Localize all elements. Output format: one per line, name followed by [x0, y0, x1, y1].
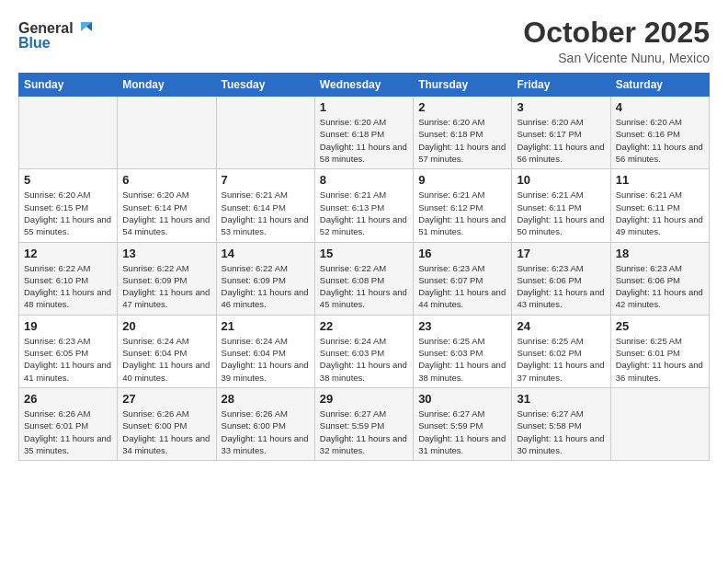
calendar-cell: 19Sunrise: 6:23 AMSunset: 6:05 PMDayligh… — [19, 315, 118, 387]
calendar-week-row: 5Sunrise: 6:20 AMSunset: 6:15 PMDaylight… — [19, 169, 710, 242]
weekday-header: Monday — [118, 74, 216, 97]
day-number: 8 — [320, 173, 408, 187]
day-info: Sunrise: 6:20 AMSunset: 6:18 PMDaylight:… — [320, 116, 408, 165]
calendar-table: SundayMondayTuesdayWednesdayThursdayFrid… — [18, 73, 710, 461]
svg-text:General: General — [18, 20, 74, 36]
day-info: Sunrise: 6:23 AMSunset: 6:06 PMDaylight:… — [517, 262, 605, 311]
calendar-cell: 25Sunrise: 6:25 AMSunset: 6:01 PMDayligh… — [610, 315, 709, 387]
day-number: 31 — [517, 392, 605, 406]
day-info: Sunrise: 6:27 AMSunset: 5:59 PMDaylight:… — [320, 408, 408, 456]
calendar-body: 1Sunrise: 6:20 AMSunset: 6:18 PMDaylight… — [19, 97, 710, 461]
calendar-cell: 30Sunrise: 6:27 AMSunset: 5:59 PMDayligh… — [414, 387, 512, 460]
day-number: 5 — [24, 173, 112, 187]
location-title: San Vicente Nunu, Mexico — [523, 51, 710, 65]
day-number: 10 — [517, 173, 605, 187]
calendar-cell: 5Sunrise: 6:20 AMSunset: 6:15 PMDaylight… — [19, 169, 118, 242]
day-info: Sunrise: 6:22 AMSunset: 6:09 PMDaylight:… — [222, 262, 310, 311]
day-number: 6 — [122, 173, 210, 187]
calendar-cell: 29Sunrise: 6:27 AMSunset: 5:59 PMDayligh… — [314, 387, 413, 460]
day-number: 20 — [122, 319, 210, 333]
calendar-cell: 17Sunrise: 6:23 AMSunset: 6:06 PMDayligh… — [512, 242, 610, 315]
day-info: Sunrise: 6:21 AMSunset: 6:11 PMDaylight:… — [517, 189, 605, 237]
weekday-header: Friday — [512, 74, 610, 97]
calendar-cell: 4Sunrise: 6:20 AMSunset: 6:16 PMDaylight… — [610, 97, 709, 169]
day-number: 12 — [24, 247, 112, 260]
day-info: Sunrise: 6:25 AMSunset: 6:02 PMDaylight:… — [517, 335, 605, 384]
day-number: 15 — [320, 247, 408, 260]
day-info: Sunrise: 6:26 AMSunset: 6:00 PMDaylight:… — [122, 408, 210, 456]
calendar-cell: 22Sunrise: 6:24 AMSunset: 6:03 PMDayligh… — [314, 315, 413, 387]
day-number: 2 — [418, 100, 506, 114]
day-info: Sunrise: 6:27 AMSunset: 5:58 PMDaylight:… — [517, 408, 605, 456]
day-info: Sunrise: 6:20 AMSunset: 6:17 PMDaylight:… — [517, 116, 605, 165]
day-info: Sunrise: 6:21 AMSunset: 6:14 PMDaylight:… — [222, 189, 310, 237]
calendar-cell: 20Sunrise: 6:24 AMSunset: 6:04 PMDayligh… — [118, 315, 216, 387]
calendar-cell: 6Sunrise: 6:20 AMSunset: 6:14 PMDaylight… — [118, 169, 216, 242]
calendar-cell: 26Sunrise: 6:26 AMSunset: 6:01 PMDayligh… — [19, 387, 118, 460]
day-number: 11 — [616, 173, 704, 187]
day-info: Sunrise: 6:20 AMSunset: 6:16 PMDaylight:… — [616, 116, 704, 165]
calendar-cell: 9Sunrise: 6:21 AMSunset: 6:12 PMDaylight… — [414, 169, 512, 242]
day-number: 7 — [222, 173, 310, 187]
calendar-cell: 16Sunrise: 6:23 AMSunset: 6:07 PMDayligh… — [414, 242, 512, 315]
day-number: 19 — [24, 319, 112, 333]
calendar-cell: 7Sunrise: 6:21 AMSunset: 6:14 PMDaylight… — [216, 169, 314, 242]
calendar-cell: 15Sunrise: 6:22 AMSunset: 6:08 PMDayligh… — [314, 242, 413, 315]
calendar-week-row: 19Sunrise: 6:23 AMSunset: 6:05 PMDayligh… — [19, 315, 710, 387]
title-block: October 2025 San Vicente Nunu, Mexico — [523, 17, 710, 65]
day-number: 28 — [222, 392, 310, 406]
calendar-cell: 3Sunrise: 6:20 AMSunset: 6:17 PMDaylight… — [512, 97, 610, 169]
calendar-cell: 2Sunrise: 6:20 AMSunset: 6:18 PMDaylight… — [414, 97, 512, 169]
weekday-header: Sunday — [19, 74, 118, 97]
day-number: 14 — [222, 247, 310, 260]
day-info: Sunrise: 6:22 AMSunset: 6:09 PMDaylight:… — [122, 262, 210, 311]
day-info: Sunrise: 6:22 AMSunset: 6:10 PMDaylight:… — [24, 262, 112, 311]
day-info: Sunrise: 6:21 AMSunset: 6:13 PMDaylight:… — [320, 189, 408, 237]
day-info: Sunrise: 6:20 AMSunset: 6:15 PMDaylight:… — [24, 189, 112, 237]
weekday-header: Wednesday — [314, 74, 413, 97]
calendar-cell — [19, 97, 118, 169]
day-info: Sunrise: 6:27 AMSunset: 5:59 PMDaylight:… — [418, 408, 506, 456]
calendar-page: General Blue October 2025 San Vicente Nu… — [0, 0, 728, 563]
day-number: 18 — [616, 247, 704, 260]
weekday-header: Saturday — [610, 74, 709, 97]
day-info: Sunrise: 6:26 AMSunset: 6:01 PMDaylight:… — [24, 408, 112, 456]
calendar-cell: 11Sunrise: 6:21 AMSunset: 6:11 PMDayligh… — [610, 169, 709, 242]
calendar-week-row: 12Sunrise: 6:22 AMSunset: 6:10 PMDayligh… — [19, 242, 710, 315]
calendar-cell: 28Sunrise: 6:26 AMSunset: 6:00 PMDayligh… — [216, 387, 314, 460]
calendar-cell: 27Sunrise: 6:26 AMSunset: 6:00 PMDayligh… — [118, 387, 216, 460]
day-info: Sunrise: 6:23 AMSunset: 6:05 PMDaylight:… — [24, 335, 112, 384]
calendar-cell: 8Sunrise: 6:21 AMSunset: 6:13 PMDaylight… — [314, 169, 413, 242]
day-info: Sunrise: 6:20 AMSunset: 6:14 PMDaylight:… — [122, 189, 210, 237]
day-number: 26 — [24, 392, 112, 406]
calendar-cell: 1Sunrise: 6:20 AMSunset: 6:18 PMDaylight… — [314, 97, 413, 169]
calendar-cell: 10Sunrise: 6:21 AMSunset: 6:11 PMDayligh… — [512, 169, 610, 242]
calendar-cell — [216, 97, 314, 169]
day-number: 24 — [517, 319, 605, 333]
calendar-cell: 13Sunrise: 6:22 AMSunset: 6:09 PMDayligh… — [118, 242, 216, 315]
day-info: Sunrise: 6:24 AMSunset: 6:04 PMDaylight:… — [122, 335, 210, 384]
day-number: 9 — [418, 173, 506, 187]
day-number: 1 — [320, 100, 408, 114]
month-title: October 2025 — [523, 17, 710, 49]
logo-svg: General Blue — [18, 17, 101, 52]
day-number: 29 — [320, 392, 408, 406]
day-number: 25 — [616, 319, 704, 333]
day-number: 13 — [122, 247, 210, 260]
calendar-week-row: 26Sunrise: 6:26 AMSunset: 6:01 PMDayligh… — [19, 387, 710, 460]
calendar-cell: 18Sunrise: 6:23 AMSunset: 6:06 PMDayligh… — [610, 242, 709, 315]
day-number: 16 — [418, 247, 506, 260]
calendar-cell: 21Sunrise: 6:24 AMSunset: 6:04 PMDayligh… — [216, 315, 314, 387]
calendar-cell — [118, 97, 216, 169]
day-number: 22 — [320, 319, 408, 333]
calendar-week-row: 1Sunrise: 6:20 AMSunset: 6:18 PMDaylight… — [19, 97, 710, 169]
calendar-cell: 14Sunrise: 6:22 AMSunset: 6:09 PMDayligh… — [216, 242, 314, 315]
day-number: 21 — [222, 319, 310, 333]
day-number: 17 — [517, 247, 605, 260]
header-row: SundayMondayTuesdayWednesdayThursdayFrid… — [19, 74, 710, 97]
weekday-header: Tuesday — [216, 74, 314, 97]
calendar-header: SundayMondayTuesdayWednesdayThursdayFrid… — [19, 74, 710, 97]
calendar-cell — [610, 387, 709, 460]
day-info: Sunrise: 6:24 AMSunset: 6:04 PMDaylight:… — [222, 335, 310, 384]
day-info: Sunrise: 6:23 AMSunset: 6:07 PMDaylight:… — [418, 262, 506, 311]
